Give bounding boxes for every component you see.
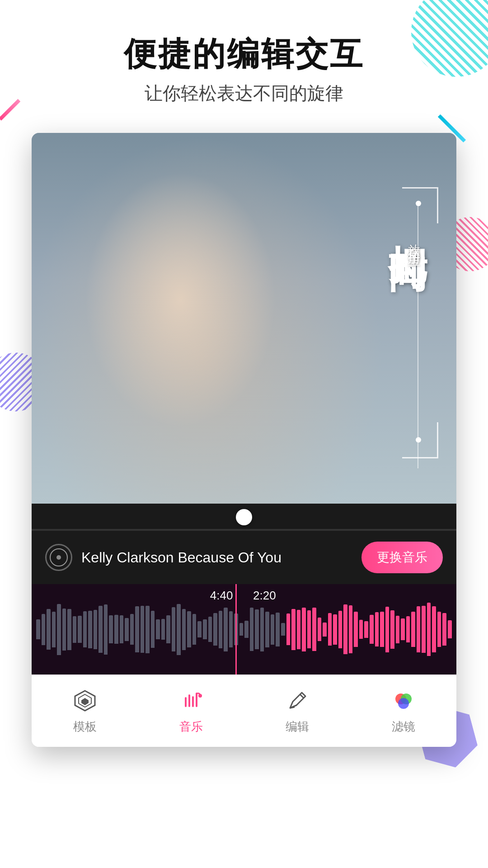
waveform-bar — [177, 604, 181, 655]
photo-area: 把时间 放在相册里 — [32, 133, 456, 504]
nav-label-template: 模板 — [73, 719, 97, 735]
waveform-bar — [448, 620, 452, 638]
waveform-bar — [390, 610, 394, 649]
edit-icon — [284, 687, 311, 714]
music-nav-icon — [178, 687, 205, 714]
waveform-bar — [265, 612, 269, 647]
waveform-bar — [208, 617, 212, 642]
waveform-bar — [380, 612, 384, 646]
filter-icon — [390, 687, 417, 714]
waveform-bar — [104, 604, 108, 655]
waveform-bar — [182, 609, 186, 650]
music-icon — [45, 544, 72, 571]
waveform-bar — [312, 608, 316, 651]
waveform-bar — [432, 606, 436, 652]
waveform-bar — [213, 613, 217, 646]
waveform-area[interactable]: 4:40 2:20 — [32, 584, 456, 675]
app-mockup: 把时间 放在相册里 Kelly Clarkson Because Of You … — [32, 133, 456, 747]
waveform-bar — [302, 608, 306, 651]
bottom-navigation: 模板 音乐 — [32, 675, 456, 747]
waveform-bar — [156, 619, 160, 639]
waveform-bar — [318, 618, 322, 641]
waveform-bar — [333, 614, 337, 645]
waveform-bar — [192, 614, 197, 645]
waveform-bar — [323, 623, 327, 637]
waveform-bar — [442, 613, 446, 646]
waveform-bar — [422, 606, 426, 653]
progress-area[interactable] — [32, 504, 456, 531]
waveform-bar — [297, 610, 301, 649]
waveform-bar — [276, 613, 280, 646]
waveform-bar — [370, 615, 374, 644]
time-right: 2:20 — [253, 589, 276, 603]
waveform-divider — [235, 584, 237, 675]
waveform-bar — [135, 606, 139, 652]
waveform-bar — [52, 612, 56, 647]
waveform-bar — [255, 609, 259, 649]
waveform-bar — [271, 614, 275, 645]
nav-item-template[interactable]: 模板 — [32, 675, 138, 747]
svg-line-9 — [290, 707, 295, 708]
waveform-bar — [354, 612, 358, 646]
nav-item-edit[interactable]: 编辑 — [244, 675, 350, 747]
photo-text-overlay: 把时间 — [386, 214, 429, 225]
waveform-bar — [67, 609, 71, 650]
waveform-bar — [114, 615, 118, 644]
waveform-bar — [260, 608, 264, 651]
page-title: 便捷的编辑交互 — [27, 36, 461, 72]
waveform-bar — [197, 621, 202, 637]
progress-bar-background — [32, 529, 456, 531]
waveform-bar — [130, 614, 134, 645]
change-music-button[interactable]: 更换音乐 — [361, 542, 443, 573]
waveform-bar — [203, 619, 207, 639]
progress-thumb[interactable] — [236, 509, 252, 525]
waveform-bar — [99, 606, 103, 653]
waveform-bar — [88, 611, 92, 648]
nav-item-music[interactable]: 音乐 — [138, 675, 244, 747]
waveform-bar — [229, 611, 233, 647]
waveform-bar — [437, 612, 441, 647]
template-icon — [71, 687, 99, 714]
waveform-bar — [286, 613, 291, 646]
photo-secondary-text: 放在相册里 — [402, 232, 425, 255]
waveform-bar — [219, 611, 223, 648]
svg-line-8 — [300, 694, 304, 698]
waveform-bar — [62, 609, 66, 651]
photo-main-text: 把时间 — [386, 214, 429, 225]
music-title: Kelly Clarkson Because Of You — [81, 549, 352, 566]
waveform-bar — [411, 612, 415, 647]
music-icon-inner — [50, 548, 68, 566]
waveform-bar — [83, 611, 87, 647]
waveform-bar — [172, 607, 176, 651]
waveform-bar — [187, 611, 191, 647]
waveform-bar — [141, 606, 145, 652]
waveform-bar — [396, 616, 400, 643]
waveform-bar — [349, 605, 353, 653]
waveform-bar — [224, 608, 228, 651]
waveform-bar — [151, 611, 155, 648]
waveform-bar — [291, 609, 296, 650]
waveform-bar — [73, 616, 77, 643]
waveform-bar — [427, 603, 431, 656]
svg-point-12 — [398, 698, 409, 709]
waveform-bar — [359, 620, 363, 639]
time-left: 4:40 — [210, 589, 233, 603]
nav-label-edit: 编辑 — [286, 719, 309, 735]
waveform-bar — [328, 613, 332, 646]
waveform-bar — [78, 616, 82, 643]
music-icon-dot — [56, 555, 61, 560]
nav-item-filter[interactable]: 滤镜 — [350, 675, 456, 747]
waveform-bar — [364, 621, 368, 638]
waveform-bar — [42, 614, 46, 645]
waveform-bar — [145, 606, 150, 653]
waveform-container — [32, 584, 456, 675]
waveform-bar — [125, 618, 129, 641]
waveform-bar — [401, 618, 405, 640]
waveform-bar — [47, 609, 51, 650]
waveform-bar — [94, 610, 98, 649]
person-background — [32, 133, 456, 504]
waveform-bar — [161, 619, 165, 640]
nav-label-music: 音乐 — [179, 719, 203, 735]
waveform-bar — [109, 615, 113, 643]
waveform-bar — [417, 606, 421, 652]
